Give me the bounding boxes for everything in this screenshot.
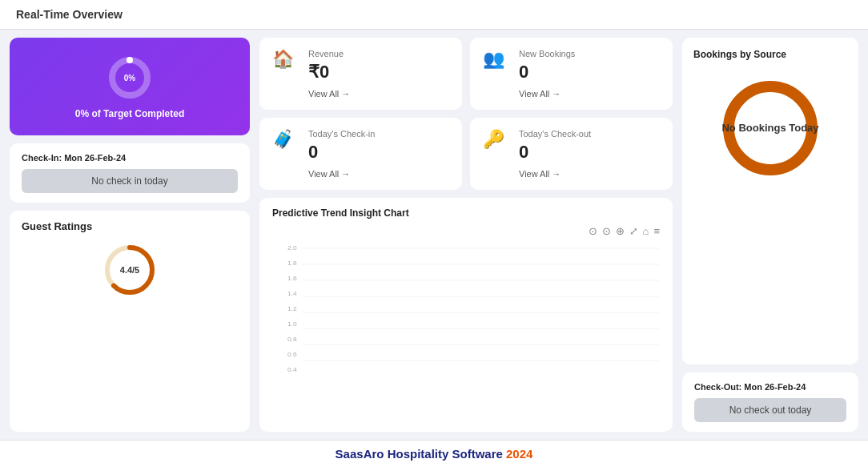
target-card: 0% 0% of Target Completed (10, 38, 250, 135)
todays-checkin-value: 0 (308, 142, 449, 163)
new-bookings-value: 0 (519, 62, 660, 83)
guest-ratings-title: Guest Ratings (22, 220, 238, 232)
main-content: 0% 0% of Target Completed Check-In: Mon … (0, 30, 868, 440)
todays-checkin-header: 🧳 Today's Check-in 0 View All → (272, 129, 449, 179)
chart-tool-expand[interactable]: ⤢ (629, 225, 638, 237)
no-checkin-button[interactable]: No check in today (22, 169, 238, 193)
rating-donut-wrap: 4.4/5 (22, 242, 238, 298)
target-donut-label: 0% (124, 74, 135, 83)
svg-text:1.8: 1.8 (287, 260, 297, 267)
target-text: 0% of Target Completed (75, 108, 184, 119)
rating-value: 4.4/5 (120, 265, 139, 275)
metrics-row-top: 🏠 Revenue ₹0 View All → 👥 New Bookings (259, 38, 673, 110)
page-wrapper: Real-Time Overview 0% 0% of Target Compl… (0, 0, 868, 467)
revenue-view-all[interactable]: View All → (308, 89, 449, 99)
footer-year: 2024 (506, 447, 532, 461)
todays-checkout-title: Today's Check-out (519, 129, 660, 139)
todays-checkout-details: Today's Check-out 0 View All → (519, 129, 660, 179)
no-checkout-button[interactable]: No check out today (694, 398, 846, 422)
svg-text:0.8: 0.8 (287, 336, 297, 343)
checkout-date: Mon 26-Feb-24 (744, 382, 806, 392)
new-bookings-details: New Bookings 0 View All → (519, 49, 660, 99)
svg-text:0.4: 0.4 (287, 366, 297, 373)
luggage-icon: 🧳 (272, 129, 294, 150)
header-bar: Real-Time Overview (0, 0, 868, 30)
new-bookings-view-all[interactable]: View All → (519, 89, 660, 99)
no-bookings-label: No Bookings Today (721, 122, 818, 135)
todays-checkout-card: 🔑 Today's Check-out 0 View All → (470, 118, 673, 190)
revenue-header: 🏠 Revenue ₹0 View All → (272, 49, 449, 99)
todays-checkin-view-all[interactable]: View All → (308, 169, 449, 179)
todays-checkout-view-all[interactable]: View All → (519, 169, 660, 179)
checkin-label: Check-In: Mon 26-Feb-24 (22, 153, 238, 163)
revenue-title: Revenue (308, 49, 449, 58)
chart-tool-zoom[interactable]: ⊕ (616, 225, 625, 237)
new-bookings-card: 👥 New Bookings 0 View All → (470, 38, 673, 110)
checkout-label-text: Check-Out: (694, 382, 741, 392)
center-panel: 🏠 Revenue ₹0 View All → 👥 New Bookings (259, 38, 673, 432)
users-icon: 👥 (483, 49, 504, 70)
checkout-label: Check-Out: Mon 26-Feb-24 (694, 382, 846, 392)
metrics-row-bottom: 🧳 Today's Check-in 0 View All → 🔑 Today'… (259, 118, 673, 190)
new-bookings-title: New Bookings (519, 49, 660, 58)
chart-tool-menu[interactable]: ≡ (653, 225, 660, 237)
todays-checkout-header: 🔑 Today's Check-out 0 View All → (483, 129, 660, 179)
checkin-label-text: Check-In: (22, 153, 62, 163)
todays-checkout-value: 0 (519, 142, 660, 163)
svg-text:1.4: 1.4 (287, 290, 297, 297)
footer-bar: SaasAro Hospitality Software 2024 (0, 440, 868, 467)
todays-checkin-details: Today's Check-in 0 View All → (308, 129, 449, 179)
svg-text:1.6: 1.6 (287, 275, 297, 282)
chart-card: Predictive Trend Insight Chart ⊙ ⊙ ⊕ ⤢ ⌂… (259, 198, 673, 432)
svg-text:1.0: 1.0 (287, 320, 297, 328)
bookings-source-card: Bookings by Source No Bookings Today (682, 38, 858, 364)
revenue-card: 🏠 Revenue ₹0 View All → (259, 38, 462, 110)
page-title: Real-Time Overview (16, 8, 123, 21)
chart-tool-1[interactable]: ⊙ (589, 225, 597, 237)
todays-checkin-card: 🧳 Today's Check-in 0 View All → (259, 118, 462, 190)
chart-area: 2.0 1.8 1.6 1.4 1.2 1.0 0.8 0.6 0.4 (272, 240, 660, 376)
svg-text:0.6: 0.6 (287, 351, 297, 358)
checkout-info-card: Check-Out: Mon 26-Feb-24 No check out to… (682, 372, 858, 432)
chart-title: Predictive Trend Insight Chart (272, 207, 660, 219)
rating-donut: 4.4/5 (102, 242, 158, 298)
house-icon: 🏠 (272, 49, 294, 70)
footer-brand: SaasAro Hospitality Software (336, 447, 503, 461)
target-donut: 0% (106, 54, 154, 102)
key-icon: 🔑 (483, 129, 504, 150)
bookings-source-title: Bookings by Source (693, 49, 786, 60)
chart-tool-2[interactable]: ⊙ (602, 225, 611, 237)
revenue-value: ₹0 (308, 62, 449, 83)
revenue-details: Revenue ₹0 View All → (308, 49, 449, 99)
chart-toolbar: ⊙ ⊙ ⊕ ⤢ ⌂ ≡ (272, 225, 660, 237)
bookings-donut: No Bookings Today (718, 76, 822, 180)
new-bookings-header: 👥 New Bookings 0 View All → (483, 49, 660, 99)
guest-ratings-card: Guest Ratings 4.4/5 (10, 211, 250, 432)
todays-checkin-title: Today's Check-in (308, 129, 449, 139)
svg-text:2.0: 2.0 (287, 244, 297, 252)
checkin-date: Mon 26-Feb-24 (64, 153, 126, 163)
right-panel: Bookings by Source No Bookings Today Che… (682, 38, 858, 432)
checkin-info-card: Check-In: Mon 26-Feb-24 No check in toda… (10, 143, 250, 203)
svg-text:1.2: 1.2 (287, 305, 297, 312)
left-panel: 0% 0% of Target Completed Check-In: Mon … (10, 38, 250, 432)
chart-tool-home[interactable]: ⌂ (643, 225, 649, 237)
